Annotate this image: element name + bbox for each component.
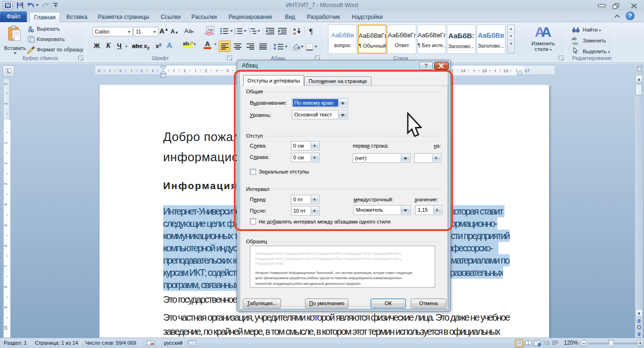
svg-text:1: 1 bbox=[4, 102, 8, 105]
svg-text:1: 1 bbox=[4, 141, 8, 144]
svg-text:1: 1 bbox=[183, 68, 186, 73]
svg-text:3: 3 bbox=[98, 68, 100, 73]
svg-text:¶: ¶ bbox=[309, 27, 313, 35]
svg-text:2: 2 bbox=[4, 162, 8, 165]
svg-text:9: 9 bbox=[4, 306, 8, 308]
svg-text:10: 10 bbox=[4, 325, 8, 330]
svg-text:3: 3 bbox=[4, 183, 8, 185]
svg-text:А: А bbox=[293, 27, 296, 32]
svg-text:2: 2 bbox=[4, 83, 8, 85]
svg-text:14: 14 bbox=[461, 68, 466, 73]
svg-text:2: 2 bbox=[205, 68, 207, 73]
svg-text:Аа: Аа bbox=[207, 27, 213, 32]
svg-text:6: 6 bbox=[4, 244, 8, 247]
svg-text:1: 1 bbox=[140, 68, 143, 73]
svg-text:7: 7 bbox=[4, 265, 8, 267]
svg-text:17: 17 bbox=[525, 68, 530, 73]
svg-text:16: 16 bbox=[504, 68, 509, 73]
svg-text:Я: Я bbox=[293, 32, 296, 35]
svg-text:3: 3 bbox=[226, 68, 229, 73]
svg-text:15: 15 bbox=[482, 68, 487, 73]
svg-text:i: i bbox=[251, 32, 251, 35]
svg-text:5: 5 bbox=[4, 224, 8, 226]
svg-text:4: 4 bbox=[4, 203, 8, 206]
svg-text:8: 8 bbox=[4, 286, 8, 288]
svg-text:2: 2 bbox=[119, 68, 121, 73]
svg-text:3: 3 bbox=[234, 32, 236, 35]
